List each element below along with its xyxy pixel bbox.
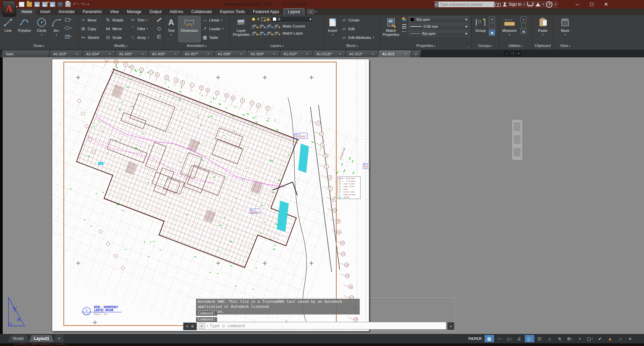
ribbon-tab-add-ins[interactable]: Add-ins	[165, 9, 187, 15]
ribbon-tab-layout[interactable]: Layout	[284, 9, 304, 15]
help-icon[interactable]: ?	[546, 1, 552, 8]
fillet-button[interactable]: ⌒Fillet▾	[130, 24, 154, 33]
search-icon[interactable]	[495, 3, 501, 6]
erase-button[interactable]	[155, 16, 163, 24]
customization-menu[interactable]: ≡	[626, 335, 635, 342]
scale-button[interactable]: ⊡Scale	[105, 33, 129, 42]
ribbon-collapse-control[interactable]: ▲▾	[307, 9, 317, 15]
save-icon[interactable]	[34, 2, 40, 7]
paste-button[interactable]: Paste ▾	[535, 16, 550, 42]
doc-close-icon[interactable]: ✕	[516, 51, 521, 56]
help-search-input[interactable]	[438, 1, 495, 7]
open-file-icon[interactable]	[27, 2, 32, 7]
undo-icon[interactable]: ↶	[73, 2, 77, 7]
file-tab-a1-004[interactable]: A1-004*✕	[82, 50, 115, 57]
ribbon-tab-home[interactable]: Home	[17, 9, 36, 15]
fillet-caret-icon[interactable]: ▾	[147, 27, 148, 30]
dimension-button[interactable]: Dimension	[178, 16, 201, 42]
panel-label-annotation[interactable]: Annotation▾	[164, 42, 230, 49]
color-list-icon[interactable]	[402, 17, 406, 21]
new-file-icon[interactable]	[19, 2, 24, 7]
text-caret-icon[interactable]: ▾	[170, 33, 172, 37]
performance-warning[interactable]: ▲	[605, 335, 615, 342]
panel-label-groups[interactable]: Groups▾	[472, 42, 499, 49]
text-button[interactable]: A Text ▾	[165, 16, 177, 42]
annotation-autoscale[interactable]: ↯	[555, 335, 564, 342]
layer-lock-icon[interactable]	[267, 19, 269, 21]
explode-button[interactable]: ◇	[155, 24, 163, 32]
paste-caret-icon[interactable]: ▾	[542, 33, 543, 37]
ungroup-icon[interactable]: ▫✕	[489, 16, 495, 22]
file-tab-a1-011b[interactable]: A1-011B*✕	[312, 50, 346, 57]
file-tab-a1-010[interactable]: A1-010*✕	[279, 50, 313, 57]
linear-caret-icon[interactable]: ▾	[221, 19, 222, 21]
workspace-switching-caret-icon[interactable]: ▾	[592, 338, 593, 340]
command-close-icon[interactable]: ✕	[186, 325, 189, 328]
leader-caret-icon[interactable]: ▾	[222, 27, 224, 30]
array-caret-icon[interactable]: ▾	[148, 36, 149, 39]
ribbon-collapse-caret-icon[interactable]: ▾	[315, 10, 317, 13]
linetype-list-icon[interactable]	[402, 31, 406, 32]
select-objects-icon[interactable]	[521, 23, 526, 27]
file-tab-start[interactable]: Start	[1, 50, 50, 57]
layer-select-combo[interactable]: 0 ▾	[271, 16, 313, 22]
edit-button[interactable]: ▱Edit	[341, 24, 378, 33]
exchange-apps-icon[interactable]	[536, 3, 540, 6]
object-snap-caret-icon[interactable]: ▾	[511, 338, 512, 340]
panel-label-layers[interactable]: Layers▾	[230, 42, 324, 49]
snap-grid[interactable]: ▦	[485, 335, 494, 342]
mirror-button[interactable]: ⋈Mirror	[105, 24, 129, 33]
polar-tracking-caret-icon[interactable]: ▾	[500, 338, 501, 340]
recent-commands-caret-icon[interactable]: ▾	[207, 325, 208, 327]
layer-properties-button[interactable]: Layer Properties	[232, 16, 251, 42]
isometric-drafting[interactable]: ∠	[515, 335, 524, 342]
edit-attributes-caret-icon[interactable]: ▾	[373, 36, 374, 39]
command-history-up-button[interactable]: ▲	[447, 322, 454, 330]
lineweight-combo[interactable]: 0.09 mm▾	[408, 23, 469, 30]
panel-label-clipboard[interactable]: Clipboard	[532, 42, 553, 49]
settings-gear[interactable]: ⚙▾	[565, 335, 575, 342]
group-selection-toggle-icon[interactable]: ▣	[489, 30, 495, 36]
ribbon-tab-output[interactable]: Output	[145, 9, 165, 15]
circle-caret-icon[interactable]: ▾	[41, 33, 42, 37]
object-snap[interactable]: ◇▾	[505, 335, 514, 342]
application-menu-caret-icon[interactable]: ▼	[15, 5, 18, 8]
file-tab-a1-005[interactable]: A1-005*✕	[114, 50, 148, 57]
lineweight-list-icon[interactable]	[402, 24, 406, 28]
search-collapse-icon[interactable]: ▸	[435, 1, 438, 7]
ribbon-tab-parametric[interactable]: Parametric	[79, 9, 106, 15]
arc-caret-icon[interactable]: ▾	[56, 33, 57, 37]
ribbon-tab-manage[interactable]: Manage	[123, 9, 145, 15]
sign-in-button[interactable]: Sign In	[509, 2, 521, 7]
redo-icon[interactable]: ↷	[81, 2, 84, 7]
print-icon[interactable]	[65, 2, 71, 7]
ribbon-tab-express-tools[interactable]: Express Tools	[216, 9, 249, 15]
save-as-icon[interactable]	[42, 2, 48, 7]
file-tab-[interactable]: +	[410, 50, 421, 57]
measure-button[interactable]: Measure ▾	[501, 16, 518, 42]
qat-customize-icon[interactable]: ▾	[88, 3, 89, 6]
edit-attributes-button[interactable]: ▱Edit Attributes▾	[341, 33, 378, 42]
help-caret-icon[interactable]: ▾	[555, 3, 556, 6]
properties-launcher-icon[interactable]: ⌄	[467, 44, 470, 50]
open-from-web-icon[interactable]	[57, 2, 63, 7]
file-tab-a1-012[interactable]: A1-012*✕	[345, 50, 379, 57]
rectangle-button[interactable]: ▾	[64, 16, 72, 24]
layer-vp-freeze-icon[interactable]	[261, 17, 265, 21]
object-color-combo[interactable]: ByLayer▾	[408, 16, 469, 22]
file-tab-close-icon[interactable]: ✕	[202, 52, 210, 56]
isolate-objects[interactable]: ⊡	[535, 335, 544, 342]
file-tab-a1-008[interactable]: A1-008*✕	[213, 50, 247, 57]
doc-minimize-icon[interactable]: ─	[504, 51, 509, 56]
panel-label-view[interactable]: View▾	[554, 42, 577, 49]
maximize-button[interactable]: ☐	[585, 0, 598, 9]
panel-label-modify[interactable]: Modify▾	[79, 42, 163, 49]
navbar-tool-icon[interactable]	[514, 135, 521, 144]
clean-screen[interactable]: ↔	[615, 335, 625, 342]
file-tab-close-icon[interactable]: ✕	[235, 52, 243, 56]
quick-calculator-icon[interactable]: ▦	[521, 28, 527, 34]
paper-space-toggle[interactable]: PAPER	[466, 335, 484, 342]
lineweight-display[interactable]: ▯▾	[525, 335, 534, 342]
base-button[interactable]: Base ▾	[558, 16, 572, 42]
panel-label-properties[interactable]: Properties▾⌄	[381, 42, 471, 49]
